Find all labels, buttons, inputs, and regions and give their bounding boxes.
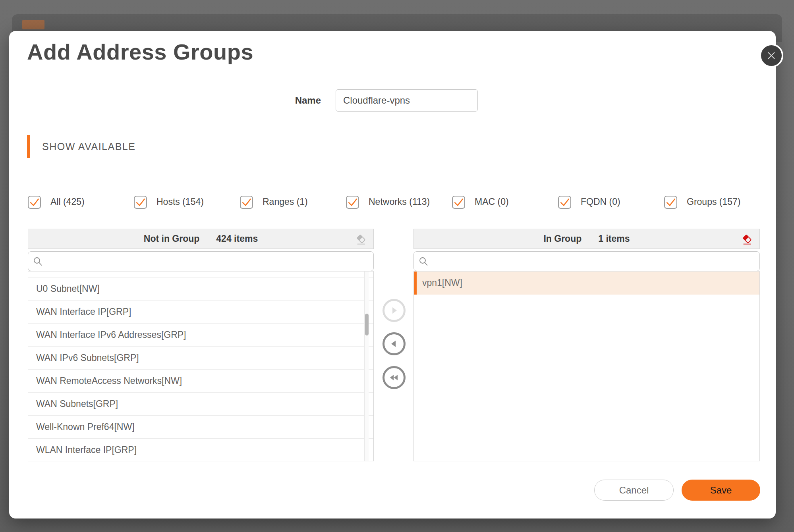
not-in-group-list: U0 Subnet[NW]WAN Interface IP[GRP]WAN In…	[28, 278, 373, 461]
filter-label: Hosts (154)	[156, 195, 204, 208]
in-group-header: In Group 1 items	[413, 229, 760, 249]
list-item[interactable]: WAN Interface IPv6 Addresses[GRP]	[28, 324, 373, 347]
scrolled-partial-row	[28, 272, 373, 278]
close-icon	[766, 50, 777, 61]
panel-count: 1 items	[598, 233, 630, 244]
filter-checkbox-item[interactable]: Networks (113)	[346, 189, 452, 215]
checkbox[interactable]	[664, 196, 677, 209]
checkbox[interactable]	[28, 196, 41, 209]
filter-checkbox-item[interactable]: Ranges (1)	[240, 189, 346, 215]
list-item[interactable]: WAN Interface IP[GRP]	[28, 301, 373, 324]
not-in-group-header: Not in Group 424 items	[28, 229, 374, 249]
check-icon	[559, 196, 570, 208]
search-input[interactable]	[414, 252, 759, 271]
dimmed-background-logo	[22, 20, 44, 29]
save-button[interactable]: Save	[682, 480, 760, 501]
check-icon	[29, 196, 40, 208]
check-icon	[241, 196, 252, 208]
search-icon	[419, 256, 429, 267]
add-address-groups-dialog: Add Address Groups Name SHOW AVAILABLE A…	[9, 31, 776, 519]
search-icon	[33, 256, 43, 267]
filter-checkbox-item[interactable]: FQDN (0)	[558, 189, 664, 215]
name-input[interactable]	[336, 89, 478, 112]
panel-title: In Group	[543, 233, 581, 244]
not-in-group-list-container: U0 Subnet[NW]WAN Interface IP[GRP]WAN In…	[28, 271, 374, 461]
section-accent-bar	[27, 135, 30, 158]
checkbox[interactable]	[558, 196, 571, 209]
save-button-label: Save	[710, 485, 732, 496]
in-group-list: vpn1[NW]	[414, 272, 759, 295]
eraser-icon	[355, 234, 367, 245]
in-group-list-container: vpn1[NW]	[413, 271, 760, 461]
section-title: SHOW AVAILABLE	[42, 141, 135, 152]
name-field-label: Name	[247, 89, 321, 111]
clear-group-button[interactable]	[741, 233, 753, 245]
checkbox[interactable]	[240, 196, 253, 209]
filter-label: MAC (0)	[475, 195, 509, 208]
cancel-button-label: Cancel	[619, 485, 649, 496]
filter-checkbox-item[interactable]: Groups (157)	[664, 189, 770, 215]
checkbox[interactable]	[346, 196, 359, 209]
check-icon	[665, 196, 676, 208]
filter-label: Ranges (1)	[263, 195, 308, 208]
checkbox[interactable]	[134, 196, 147, 209]
filter-label: All (425)	[50, 195, 85, 208]
move-left-button[interactable]	[383, 332, 406, 355]
show-available-section: SHOW AVAILABLE	[27, 135, 135, 158]
checkbox[interactable]	[452, 196, 465, 209]
check-icon	[453, 196, 464, 208]
list-item[interactable]: WLAN Interface IP[GRP]	[28, 439, 373, 461]
filter-label: Networks (113)	[369, 195, 430, 208]
panel-count: 424 items	[216, 233, 258, 244]
scrollbar-thumb[interactable]	[365, 314, 369, 335]
filter-checkbox-item[interactable]: MAC (0)	[452, 189, 558, 215]
move-all-left-button[interactable]	[383, 366, 406, 389]
dialog-title: Add Address Groups	[27, 38, 253, 66]
list-item[interactable]: WAN IPv6 Subnets[GRP]	[28, 347, 373, 370]
arrow-right-icon	[389, 305, 399, 316]
eraser-icon-red	[742, 234, 753, 245]
not-in-group-search	[28, 251, 374, 271]
arrow-left-icon	[389, 339, 399, 349]
cancel-button[interactable]: Cancel	[594, 480, 674, 501]
filter-label: Groups (157)	[687, 195, 741, 208]
list-item[interactable]: vpn1[NW]	[414, 272, 759, 295]
filter-label: FQDN (0)	[581, 195, 620, 208]
double-arrow-left-icon	[388, 372, 400, 383]
list-item[interactable]: U0 Subnet[NW]	[28, 278, 373, 301]
not-in-group-panel: Not in Group 424 items	[28, 229, 374, 461]
close-button[interactable]	[759, 44, 783, 67]
panel-title: Not in Group	[144, 233, 200, 244]
clear-search-button[interactable]	[355, 233, 367, 245]
filter-checkbox-item[interactable]: Hosts (154)	[134, 189, 240, 215]
list-item[interactable]: WAN Subnets[GRP]	[28, 393, 373, 416]
type-filter-row: All (425) Hosts (154) Ranges (1)	[28, 189, 773, 215]
search-input[interactable]	[28, 252, 373, 271]
in-group-search	[413, 251, 760, 271]
in-group-panel: In Group 1 items vpn1[	[413, 229, 760, 461]
move-right-button[interactable]	[383, 299, 406, 322]
list-item[interactable]: Well-Known Pref64[NW]	[28, 416, 373, 439]
check-icon	[135, 196, 146, 208]
list-item[interactable]: WAN RemoteAccess Networks[NW]	[28, 370, 373, 393]
check-icon	[347, 196, 358, 208]
scrollbar-track[interactable]	[364, 272, 369, 461]
filter-checkbox-item[interactable]: All (425)	[28, 189, 134, 215]
